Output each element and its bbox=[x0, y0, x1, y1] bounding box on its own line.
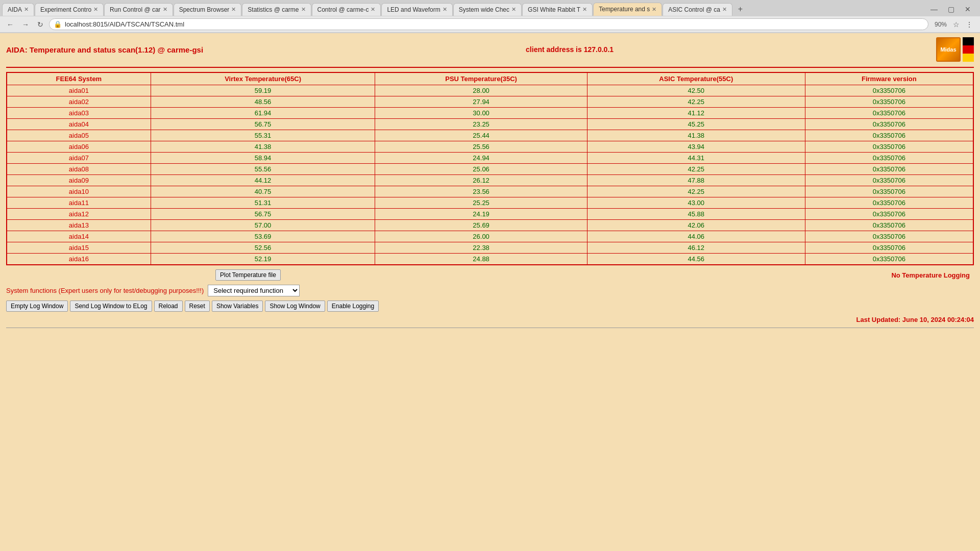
cell-value: 58.94 bbox=[151, 153, 375, 164]
cell-value: 0x3350706 bbox=[805, 175, 973, 186]
cell-system: aida15 bbox=[7, 242, 151, 254]
cell-value: 0x3350706 bbox=[805, 153, 973, 164]
table-row: aida1151.3125.2543.000x3350706 bbox=[7, 197, 973, 209]
table-row: aida1256.7524.1945.880x3350706 bbox=[7, 209, 973, 220]
show-variables-button[interactable]: Show Variables bbox=[212, 300, 263, 312]
close-button[interactable]: ✕ bbox=[962, 4, 974, 14]
tab-close-icon[interactable]: ✕ bbox=[652, 6, 656, 13]
cell-system: aida09 bbox=[7, 175, 151, 186]
tab-close-icon[interactable]: ✕ bbox=[511, 6, 516, 13]
table-body: aida0159.1928.0042.500x3350706aida0248.5… bbox=[7, 85, 973, 265]
cell-value: 0x3350706 bbox=[805, 242, 973, 254]
tab-close-icon[interactable]: ✕ bbox=[443, 6, 447, 13]
cell-value: 48.56 bbox=[151, 96, 375, 108]
cell-value: 43.00 bbox=[587, 197, 805, 209]
function-select[interactable]: Select required function bbox=[208, 285, 300, 296]
cell-value: 24.19 bbox=[375, 209, 587, 220]
enable-logging-button[interactable]: Enable Logging bbox=[327, 300, 379, 312]
tab-close-icon[interactable]: ✕ bbox=[163, 6, 167, 13]
tab-aida[interactable]: AIDA ✕ bbox=[2, 3, 34, 16]
reset-button[interactable]: Reset bbox=[185, 300, 210, 312]
cell-value: 0x3350706 bbox=[805, 209, 973, 220]
tab-statistics[interactable]: Statistics @ carme ✕ bbox=[242, 3, 311, 16]
table-row: aida0855.5625.0642.250x3350706 bbox=[7, 164, 973, 175]
cell-value: 44.06 bbox=[587, 231, 805, 242]
tab-system-wide[interactable]: System wide Chec ✕ bbox=[453, 3, 522, 16]
cell-value: 40.75 bbox=[151, 186, 375, 197]
security-icon: 🔒 bbox=[54, 20, 62, 28]
tab-temperature[interactable]: Temperature and s ✕ bbox=[593, 3, 662, 16]
tab-bar: AIDA ✕ Experiment Contro ✕ Run Control @… bbox=[0, 0, 980, 16]
bottom-divider bbox=[6, 328, 974, 328]
tab-experiment-control[interactable]: Experiment Contro ✕ bbox=[35, 3, 104, 16]
show-log-window-button[interactable]: Show Log Window bbox=[265, 300, 325, 312]
cell-value: 41.38 bbox=[151, 141, 375, 153]
header-divider bbox=[6, 67, 974, 68]
window-controls: — ▢ ✕ bbox=[923, 4, 978, 14]
cell-value: 51.31 bbox=[151, 197, 375, 209]
send-log-window-button[interactable]: Send Log Window to ELog bbox=[70, 300, 152, 312]
cell-value: 24.94 bbox=[375, 153, 587, 164]
last-updated: Last Updated: June 10, 2024 00:24:04 bbox=[6, 316, 974, 323]
tab-close-icon[interactable]: ✕ bbox=[231, 6, 236, 13]
cell-value: 44.56 bbox=[587, 254, 805, 265]
button-row: Empty Log Window Send Log Window to ELog… bbox=[6, 300, 974, 312]
bookmark-icon[interactable]: ☆ bbox=[953, 20, 960, 29]
cell-value: 56.75 bbox=[151, 119, 375, 130]
tab-spectrum-browser[interactable]: Spectrum Browser ✕ bbox=[174, 3, 242, 16]
client-address: client address is 127.0.0.1 bbox=[526, 45, 614, 54]
cell-value: 45.25 bbox=[587, 119, 805, 130]
tab-close-icon[interactable]: ✕ bbox=[93, 6, 98, 13]
table-row: aida1357.0025.6942.060x3350706 bbox=[7, 220, 973, 231]
minimize-button[interactable]: — bbox=[927, 4, 941, 14]
forward-button[interactable]: → bbox=[19, 19, 32, 30]
cell-value: 52.19 bbox=[151, 254, 375, 265]
reload-button[interactable]: Reload bbox=[154, 300, 183, 312]
tab-run-control[interactable]: Run Control @ car ✕ bbox=[104, 3, 173, 16]
tab-control[interactable]: Control @ carme-c ✕ bbox=[312, 3, 381, 16]
cell-value: 45.88 bbox=[587, 209, 805, 220]
extensions-button[interactable]: ⋮ bbox=[963, 19, 976, 30]
plot-temperature-button[interactable]: Plot Temperature file bbox=[215, 269, 281, 281]
cell-value: 24.88 bbox=[375, 254, 587, 265]
cell-value: 42.25 bbox=[587, 186, 805, 197]
col-header-system: FEE64 System bbox=[7, 72, 151, 85]
system-functions-label: System functions (Expert users only for … bbox=[6, 287, 204, 294]
table-row: aida1552.5622.3846.120x3350706 bbox=[7, 242, 973, 254]
system-functions-row: System functions (Expert users only for … bbox=[6, 285, 974, 296]
page-content: AIDA: Temperature and status scan(1.12) … bbox=[0, 33, 980, 492]
empty-log-window-button[interactable]: Empty Log Window bbox=[6, 300, 68, 312]
plot-btn-container: Plot Temperature file bbox=[6, 269, 490, 281]
tab-close-icon[interactable]: ✕ bbox=[24, 6, 29, 13]
maximize-button[interactable]: ▢ bbox=[945, 4, 958, 14]
new-tab-button[interactable]: + bbox=[733, 2, 748, 16]
table-row: aida0248.5627.9442.250x3350706 bbox=[7, 96, 973, 108]
col-header-asic: ASIC Temperature(55C) bbox=[587, 72, 805, 85]
cell-system: aida10 bbox=[7, 186, 151, 197]
cell-value: 25.56 bbox=[375, 141, 587, 153]
cell-value: 44.12 bbox=[151, 175, 375, 186]
cell-system: aida05 bbox=[7, 130, 151, 141]
tab-close-icon[interactable]: ✕ bbox=[582, 6, 587, 13]
tab-led-waveform[interactable]: LED and Waveform ✕ bbox=[381, 3, 452, 16]
tab-gsi-white-rabbit[interactable]: GSI White Rabbit T ✕ bbox=[522, 3, 593, 16]
cell-system: aida13 bbox=[7, 220, 151, 231]
cell-value: 52.56 bbox=[151, 242, 375, 254]
tab-close-icon[interactable]: ✕ bbox=[301, 6, 306, 13]
tab-asic-control[interactable]: ASIC Control @ ca ✕ bbox=[663, 3, 732, 16]
cell-value: 0x3350706 bbox=[805, 197, 973, 209]
cell-value: 25.69 bbox=[375, 220, 587, 231]
back-button[interactable]: ← bbox=[4, 19, 16, 30]
tab-close-icon[interactable]: ✕ bbox=[371, 6, 375, 13]
cell-value: 0x3350706 bbox=[805, 108, 973, 119]
cell-value: 25.25 bbox=[375, 197, 587, 209]
cell-system: aida08 bbox=[7, 164, 151, 175]
table-row: aida0456.7523.2545.250x3350706 bbox=[7, 119, 973, 130]
cell-system: aida06 bbox=[7, 141, 151, 153]
address-field[interactable]: 🔒 localhost:8015/AIDA/TSCAN/TSCAN.tml bbox=[49, 18, 928, 30]
reload-button[interactable]: ↻ bbox=[35, 19, 46, 30]
cell-value: 0x3350706 bbox=[805, 119, 973, 130]
cell-value: 25.06 bbox=[375, 164, 587, 175]
tab-close-icon[interactable]: ✕ bbox=[722, 6, 727, 13]
cell-system: aida16 bbox=[7, 254, 151, 265]
